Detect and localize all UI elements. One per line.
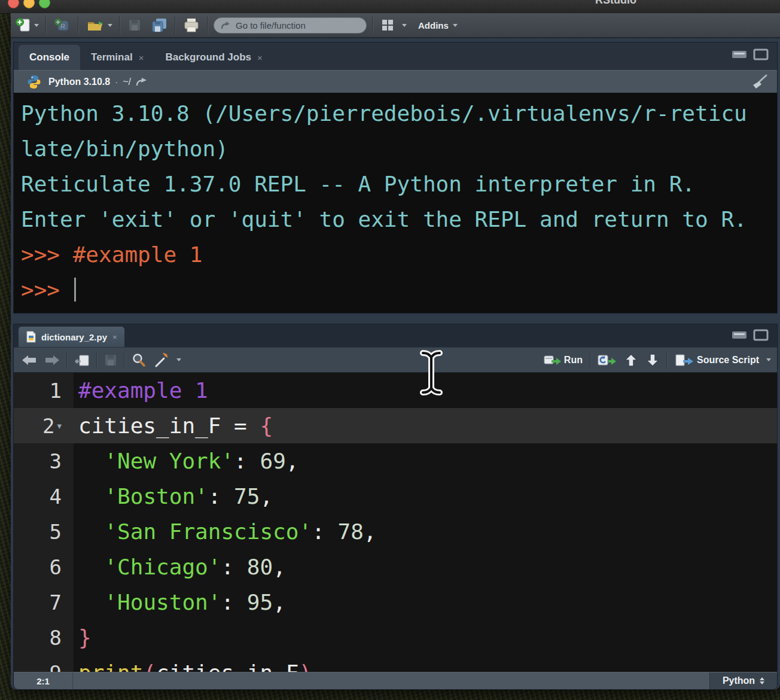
- chevron-down-icon[interactable]: [176, 358, 181, 361]
- sort-arrows-icon: [760, 677, 764, 684]
- tab-terminal[interactable]: Terminal ×: [80, 45, 154, 70]
- rerun-icon[interactable]: [597, 353, 617, 367]
- clear-console-icon[interactable]: [751, 74, 767, 90]
- code-token: 'Chicago': [104, 555, 221, 579]
- editor-status-bar: 2:1 Python: [14, 672, 777, 689]
- console-output[interactable]: Python 3.10.8 (/Users/pierredebois/.virt…: [14, 93, 777, 313]
- text-cursor: [74, 278, 76, 302]
- chevron-down-icon[interactable]: [34, 24, 39, 27]
- line-number[interactable]: 9: [14, 655, 74, 674]
- zoom-window-button[interactable]: [39, 0, 50, 8]
- back-icon[interactable]: [21, 354, 38, 367]
- cursor-position: 2:1: [14, 676, 72, 686]
- open-file-button[interactable]: [84, 15, 114, 35]
- magic-wand-icon[interactable]: [153, 352, 170, 368]
- code-token: 78: [338, 519, 364, 544]
- code-token: 69: [260, 449, 285, 473]
- print-icon: [182, 17, 200, 34]
- new-project-button[interactable]: R: [52, 15, 72, 35]
- code-token: ,: [260, 484, 273, 509]
- save-button[interactable]: [126, 16, 144, 34]
- toolbar-separator: [666, 352, 668, 368]
- chevron-down-icon[interactable]: [108, 24, 112, 27]
- chevron-down-icon[interactable]: [766, 358, 771, 361]
- toolbar-separator: [45, 16, 47, 34]
- code-line[interactable]: 6 'Chicago': 80,: [14, 549, 777, 585]
- console-panel: Console Terminal × Background Jobs ×: [13, 42, 778, 314]
- code-line[interactable]: 3 'New York': 69,: [14, 443, 777, 479]
- search-icon[interactable]: [131, 352, 147, 368]
- toolbar-separator: [96, 352, 98, 368]
- goto-file-input[interactable]: Go to file/function: [214, 17, 367, 34]
- code-token: [78, 590, 104, 614]
- code-line[interactable]: 8}: [14, 620, 777, 655]
- working-directory[interactable]: ~/: [123, 77, 131, 87]
- minimize-window-button[interactable]: [23, 0, 35, 8]
- save-icon[interactable]: [103, 353, 118, 367]
- console-line: >>> #example 1: [21, 237, 777, 272]
- code-line[interactable]: 9print(cities_in_F): [14, 655, 777, 674]
- tab-label: Background Jobs: [165, 51, 251, 63]
- popout-icon[interactable]: [74, 353, 90, 367]
- code-token: 'Houston': [104, 590, 221, 614]
- toolbar-separator: [66, 352, 68, 368]
- line-number[interactable]: 3: [14, 443, 74, 479]
- code-line[interactable]: 1#example 1: [14, 373, 777, 408]
- close-icon[interactable]: ×: [257, 53, 263, 63]
- addins-button[interactable]: Addins: [413, 19, 459, 32]
- code-text: }: [74, 620, 92, 655]
- language-selector[interactable]: Python: [709, 672, 777, 689]
- console-text: Reticulate 1.37.0 REPL -- A Python inter…: [21, 172, 695, 196]
- line-number[interactable]: 8: [14, 620, 74, 655]
- window-title: RStudio: [595, 0, 636, 7]
- line-number[interactable]: 7: [14, 585, 74, 620]
- forward-icon[interactable]: [44, 354, 60, 367]
- close-icon[interactable]: ×: [112, 333, 117, 342]
- chevron-down-icon[interactable]: [402, 24, 407, 27]
- up-arrow-icon[interactable]: [623, 353, 639, 367]
- code-line[interactable]: 2▾cities_in_F = {: [14, 408, 777, 443]
- save-all-button[interactable]: [149, 16, 169, 35]
- line-number[interactable]: 6: [14, 549, 74, 585]
- line-number[interactable]: 5: [14, 514, 74, 549]
- interpreter-label[interactable]: Python 3.10.8: [48, 77, 110, 87]
- minimize-pane-icon[interactable]: [732, 50, 747, 59]
- code-line[interactable]: 5 'San Franscisco': 78,: [14, 514, 777, 549]
- down-arrow-icon[interactable]: [645, 353, 660, 367]
- go-to-directory-icon[interactable]: [136, 77, 148, 87]
- tab-label: dictionary_2.py: [41, 332, 107, 342]
- editor-toolbar: Run: [14, 347, 777, 373]
- line-number[interactable]: 2▾: [14, 408, 74, 443]
- code-line[interactable]: 4 'Boston': 75,: [14, 479, 777, 514]
- tab-console[interactable]: Console: [19, 45, 80, 70]
- goto-file-icon: [220, 20, 231, 31]
- pane-layout-button[interactable]: [379, 16, 408, 34]
- open-file-icon: [86, 16, 106, 34]
- save-icon: [127, 17, 142, 33]
- code-token: ,: [273, 590, 286, 614]
- desktop: RStudio R: [0, 0, 780, 700]
- code-token: 80: [247, 555, 273, 579]
- tab-dictionary-2-py[interactable]: dictionary_2.py ×: [19, 327, 124, 347]
- source-script-button[interactable]: Source Script: [674, 352, 760, 369]
- code-token: :: [312, 519, 337, 544]
- code-token: :: [221, 555, 246, 579]
- line-number[interactable]: 1: [14, 373, 74, 408]
- code-area[interactable]: 1#example 12▾cities_in_F = {3 'New York'…: [14, 373, 777, 674]
- code-token: 'New York': [104, 449, 234, 473]
- toolbar-separator: [175, 16, 176, 34]
- fold-arrow-icon[interactable]: ▾: [57, 421, 62, 431]
- close-icon[interactable]: ×: [139, 53, 144, 63]
- tab-background-jobs[interactable]: Background Jobs ×: [154, 45, 273, 70]
- console-text: Python 3.10.8 (/Users/pierredebois/.virt…: [21, 101, 747, 126]
- save-all-icon: [150, 17, 168, 34]
- new-file-button[interactable]: [13, 15, 40, 35]
- code-line[interactable]: 7 'Houston': 95,: [14, 585, 777, 620]
- print-button[interactable]: [181, 16, 202, 35]
- close-window-button[interactable]: [8, 0, 19, 8]
- minimize-pane-icon[interactable]: [732, 331, 747, 339]
- maximize-pane-icon[interactable]: [753, 329, 769, 341]
- line-number[interactable]: 4: [14, 479, 74, 514]
- maximize-pane-icon[interactable]: [753, 48, 769, 60]
- run-button[interactable]: Run: [542, 352, 584, 369]
